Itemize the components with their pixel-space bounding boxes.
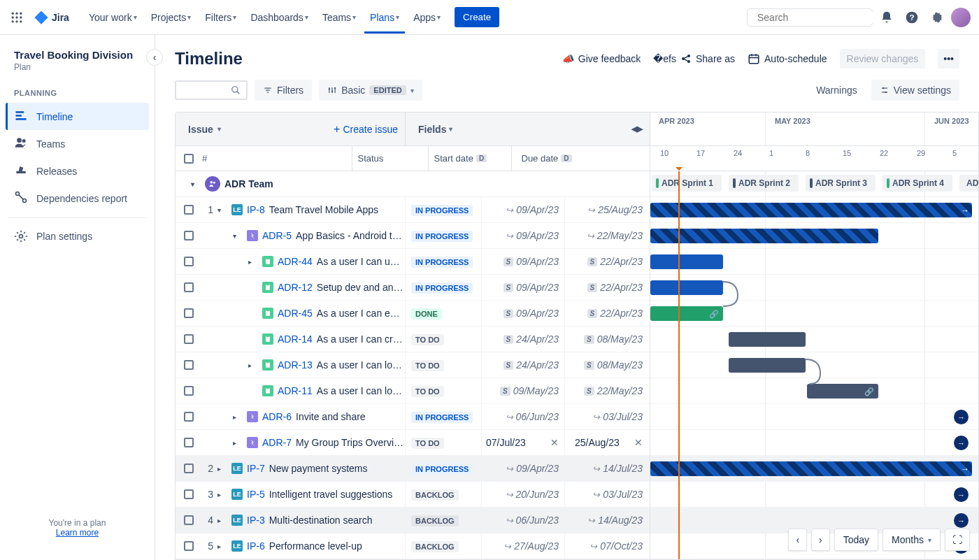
prev-button[interactable]: ‹ — [788, 529, 807, 551]
row-checkbox[interactable] — [184, 489, 194, 499]
timeline-row[interactable] — [650, 352, 978, 378]
more-actions-button[interactable]: ••• — [938, 49, 959, 69]
status-badge[interactable]: TO DO — [411, 386, 444, 397]
select-all-checkbox[interactable] — [184, 154, 194, 164]
expand-toggle[interactable]: ▾ — [217, 206, 227, 214]
help-icon[interactable]: ? — [901, 6, 923, 29]
table-row[interactable]: ▸ ADR-13 As a user I can log i… TO DO S2… — [176, 352, 650, 378]
table-row[interactable]: ADR-14 As a user I can cre… TO DO S24/Ap… — [176, 326, 650, 352]
sidebar-item-teams[interactable]: Teams — [6, 130, 149, 157]
nav-item-your-work[interactable]: Your work▾ — [83, 8, 143, 27]
timeline-row[interactable] — [650, 249, 978, 275]
nav-item-dashboards[interactable]: Dashboards▾ — [245, 8, 314, 27]
row-checkbox[interactable] — [184, 438, 194, 447]
settings-icon[interactable] — [926, 6, 948, 29]
table-row[interactable]: 4 ▸ LE IP-3 Multi-destination search BAC… — [176, 508, 650, 533]
offscreen-indicator[interactable]: → — [954, 436, 969, 450]
status-badge[interactable]: IN PROGRESS — [411, 412, 473, 423]
status-badge[interactable]: IN PROGRESS — [411, 282, 473, 294]
row-checkbox[interactable] — [184, 515, 194, 525]
sprint-pill[interactable]: ADR Sprint 2 — [729, 175, 799, 192]
status-badge[interactable]: IN PROGRESS — [411, 257, 473, 268]
gantt-bar[interactable]: 🔗 — [807, 384, 878, 399]
issue-key[interactable]: ADR-13 — [278, 359, 313, 371]
table-row[interactable]: 3 ▸ LE IP-5 Intelligent travel suggestio… — [176, 482, 650, 508]
issue-key[interactable]: ADR-12 — [278, 282, 313, 293]
table-row[interactable]: ADR-12 Setup dev and and … IN PROGRESS S… — [176, 275, 650, 301]
timeline-row[interactable]: → — [650, 430, 978, 456]
issue-key[interactable]: IP-7 — [247, 463, 265, 474]
sidebar-item-plan-settings[interactable]: Plan settings — [6, 224, 149, 249]
create-issue-button[interactable]: +Create issue — [334, 123, 398, 136]
timeline-row[interactable]: → — [650, 456, 978, 482]
offscreen-indicator[interactable]: → — [954, 513, 969, 528]
timeline-row[interactable]: ADR Sprint 1ADR Sprint 2ADR Sprint 3ADR … — [650, 171, 978, 197]
app-switcher-icon[interactable] — [8, 9, 25, 26]
row-checkbox[interactable] — [184, 412, 194, 422]
issue-key[interactable]: IP-8 — [247, 204, 265, 215]
expand-toggle[interactable]: ▸ — [217, 465, 227, 473]
chevron-down-icon[interactable]: ▾ — [191, 180, 201, 188]
nav-item-plans[interactable]: Plans▾ — [364, 8, 405, 34]
row-checkbox[interactable] — [184, 464, 194, 473]
view-settings-button[interactable]: View settings — [871, 80, 959, 101]
timeline-row[interactable] — [650, 223, 978, 249]
offscreen-indicator[interactable]: → — [954, 487, 969, 502]
status-badge[interactable]: BACKLOG — [411, 489, 459, 501]
issue-key[interactable]: ADR-44 — [278, 256, 313, 267]
sprint-pill[interactable]: ADR Sprint 3 — [806, 175, 876, 192]
table-row[interactable]: ▸ ADR-7 My Group Trips Overview TO DO 07… — [176, 430, 650, 456]
clear-icon[interactable]: ✕ — [550, 437, 559, 448]
avatar[interactable] — [951, 8, 971, 27]
learn-more-link[interactable]: Learn more — [56, 528, 99, 538]
status-badge[interactable]: BACKLOG — [411, 541, 459, 552]
timeline-row[interactable]: 🔗 — [650, 378, 978, 404]
expand-toggle[interactable]: ▸ — [217, 517, 227, 524]
issue-key[interactable]: ADR-6 — [262, 411, 292, 422]
gantt-bar[interactable] — [650, 280, 723, 295]
gantt-bar[interactable]: → — [650, 203, 972, 217]
gantt-bar[interactable] — [729, 358, 806, 373]
today-button[interactable]: Today — [834, 529, 878, 551]
timeline-row[interactable]: → — [650, 197, 978, 223]
status-badge[interactable]: IN PROGRESS — [411, 205, 473, 216]
create-button[interactable]: Create — [455, 7, 499, 27]
timeline-row[interactable]: → — [650, 482, 978, 508]
timeline-row[interactable]: → — [650, 404, 978, 430]
status-badge[interactable]: BACKLOG — [411, 515, 459, 526]
sprint-pill[interactable]: ADR Sprint 4 — [882, 175, 952, 192]
sidebar-item-releases[interactable]: Releases — [6, 157, 149, 185]
offscreen-indicator[interactable]: → — [954, 410, 969, 424]
sprint-pill[interactable]: ADR Sprint 1 — [652, 175, 722, 192]
issue-key[interactable]: IP-5 — [247, 489, 265, 500]
nav-item-filters[interactable]: Filters▾ — [199, 8, 242, 27]
search-field[interactable] — [757, 12, 880, 23]
expand-toggle[interactable]: ▸ — [233, 413, 243, 421]
row-checkbox[interactable] — [184, 282, 194, 292]
timeline-row[interactable] — [650, 275, 978, 301]
expand-toggle[interactable]: ▸ — [217, 491, 227, 498]
auto-schedule-button[interactable]: Auto-schedule — [748, 52, 827, 65]
next-button[interactable]: › — [811, 529, 830, 551]
issue-key[interactable]: IP-3 — [247, 515, 265, 526]
table-row[interactable]: ▾ ADR-5 App Basics - Android test IN PRO… — [176, 223, 650, 249]
expand-toggle[interactable]: ▸ — [248, 361, 258, 369]
status-badge[interactable]: TO DO — [411, 360, 444, 371]
gantt-bar[interactable] — [650, 254, 723, 269]
issue-key[interactable]: ADR-14 — [278, 333, 313, 345]
nav-item-apps[interactable]: Apps▾ — [408, 8, 446, 27]
status-badge[interactable]: TO DO — [411, 334, 444, 345]
table-row[interactable]: 1 ▾ LE IP-8 Team Travel Mobile Apps IN P… — [176, 197, 650, 223]
issue-key[interactable]: ADR-11 — [278, 385, 313, 396]
sidebar-item-dependencies-report[interactable]: Dependencies report — [6, 185, 149, 212]
nav-item-projects[interactable]: Projects▾ — [145, 8, 197, 27]
issue-key[interactable]: ADR-5 — [262, 230, 292, 241]
collapse-sidebar-button[interactable]: ‹ — [146, 49, 163, 66]
status-badge[interactable]: IN PROGRESS — [411, 464, 473, 475]
row-checkbox[interactable] — [184, 360, 194, 370]
status-badge[interactable]: IN PROGRESS — [411, 231, 473, 242]
expand-toggle[interactable]: ▸ — [233, 439, 243, 447]
nav-item-teams[interactable]: Teams▾ — [317, 8, 362, 27]
row-checkbox[interactable] — [184, 334, 194, 344]
status-badge[interactable]: DONE — [411, 308, 442, 320]
